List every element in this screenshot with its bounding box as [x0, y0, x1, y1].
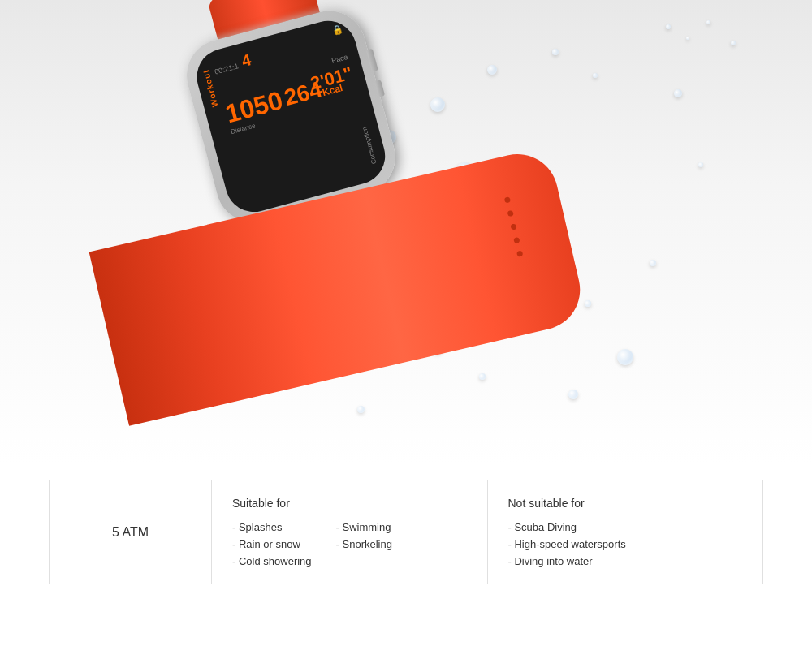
not-suitable-column: Not suitable for - Scuba Diving - High-s… — [488, 480, 763, 584]
dash-icon: - — [232, 521, 239, 533]
suitable-item-3: - Cold showering — [232, 555, 312, 567]
atm-column: 5 ATM — [50, 480, 212, 584]
dash-icon: - — [336, 538, 343, 550]
suitable-item-4: - Swimming — [336, 521, 392, 533]
water-drop — [650, 260, 656, 266]
suitable-item-1: - Splashes — [232, 521, 312, 533]
atm-label: 5 ATM — [112, 525, 149, 540]
dash-icon: - — [232, 555, 239, 567]
specs-section: 5 ATM Suitable for - Splashes - Rain or … — [0, 463, 812, 584]
water-drop — [698, 162, 703, 167]
not-suitable-item-3: - Diving into water — [508, 555, 743, 567]
water-drop — [593, 73, 598, 78]
suitable-column: Suitable for - Splashes - Rain or snow -… — [212, 480, 488, 584]
suitable-items: - Splashes - Rain or snow - Cold showeri… — [232, 521, 467, 567]
water-drop — [568, 390, 578, 399]
suitable-list-1: - Splashes - Rain or snow - Cold showeri… — [232, 521, 312, 567]
dash-icon: - — [336, 521, 343, 533]
hero-section: Workout 🔒 00:21:1 4 Pace 2'01" 1050 Dist… — [0, 0, 812, 463]
water-drop — [731, 41, 736, 45]
water-drop — [706, 20, 710, 24]
watch-button-top — [366, 49, 378, 72]
not-suitable-header: Not suitable for — [508, 497, 743, 510]
water-drop — [686, 37, 689, 40]
band-holes — [504, 196, 524, 257]
not-suitable-item-2: - High-speed watersports — [508, 538, 743, 550]
water-drop — [674, 89, 682, 97]
suitable-list-2: - Swimming - Snorkeling — [336, 521, 392, 567]
suitable-header: Suitable for — [232, 497, 467, 510]
consumption-label: Consumption — [361, 126, 378, 165]
not-suitable-item-1: - Scuba Diving — [508, 521, 743, 533]
dash-icon: - — [232, 538, 239, 550]
watch-button-bottom — [374, 80, 385, 97]
watch-image: Workout 🔒 00:21:1 4 Pace 2'01" 1050 Dist… — [15, 0, 643, 463]
specs-table: 5 ATM Suitable for - Splashes - Rain or … — [49, 480, 763, 584]
water-drop — [666, 24, 671, 29]
suitable-item-2: - Rain or snow — [232, 538, 312, 550]
watch-screen: Workout 🔒 00:21:1 4 Pace 2'01" 1050 Dist… — [191, 15, 391, 218]
not-suitable-list: - Scuba Diving - High-speed watersports … — [508, 521, 743, 567]
suitable-item-5: - Snorkeling — [336, 538, 392, 550]
